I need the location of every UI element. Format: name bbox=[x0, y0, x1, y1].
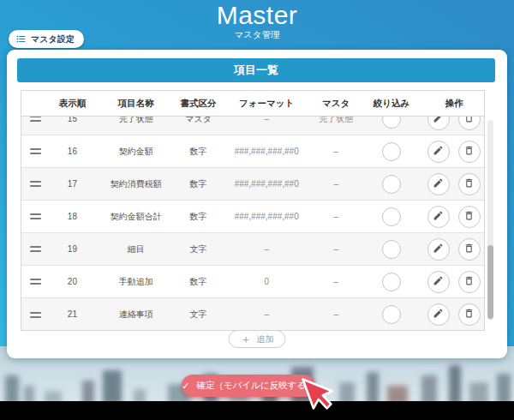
table-row: 16 契約金額 数字 ###,###,###,##0 – bbox=[21, 135, 484, 168]
pencil-icon bbox=[433, 145, 444, 159]
items-table: 表示順 項目名称 書式区分 フォーマット マスタ 絞り込み 操作 15 完了状態… bbox=[21, 90, 485, 331]
cell-format: ###,###,###,##0 bbox=[220, 212, 313, 222]
edit-button[interactable] bbox=[427, 238, 450, 261]
delete-button[interactable] bbox=[458, 303, 481, 326]
scrollbar-thumb[interactable] bbox=[487, 245, 493, 319]
trash-icon bbox=[463, 117, 475, 126]
cell-order: 16 bbox=[49, 147, 95, 157]
col-header-master: マスタ bbox=[313, 98, 359, 110]
drag-handle-icon[interactable] bbox=[30, 246, 41, 252]
cell-master: – bbox=[313, 244, 359, 255]
cell-format: ###,###,###,##0 bbox=[220, 147, 313, 157]
page-title: Master bbox=[0, 2, 514, 29]
filter-toggle[interactable] bbox=[382, 117, 401, 129]
table-row: 19 細目 文字 – – bbox=[21, 233, 484, 266]
add-row-button[interactable]: ＋ 追加 bbox=[229, 330, 286, 348]
filter-toggle[interactable] bbox=[382, 175, 401, 194]
cell-master: – bbox=[313, 277, 359, 287]
cell-master: 完了状態 bbox=[313, 117, 359, 124]
cell-format: – bbox=[220, 117, 313, 124]
plus-icon: ＋ bbox=[241, 333, 252, 345]
trash-icon bbox=[463, 308, 475, 321]
cell-order: 21 bbox=[49, 309, 95, 320]
edit-button[interactable] bbox=[427, 271, 450, 293]
edit-button[interactable] bbox=[427, 303, 450, 326]
cell-name: 契約消費税額 bbox=[95, 179, 176, 189]
pencil-icon bbox=[433, 308, 444, 321]
table-row: 20 手動追加 数字 0 – bbox=[21, 266, 484, 298]
table-scroll-area[interactable]: 15 完了状態 マスタ – 完了状態 16 契約金額 数字 # bbox=[21, 117, 484, 331]
cell-type: 数字 bbox=[176, 277, 220, 287]
delete-button[interactable] bbox=[458, 206, 481, 228]
edit-button[interactable] bbox=[427, 173, 450, 195]
delete-button[interactable] bbox=[458, 238, 481, 261]
edit-button[interactable] bbox=[427, 141, 450, 163]
cell-name: 細目 bbox=[95, 244, 176, 255]
drag-handle-icon[interactable] bbox=[30, 181, 41, 187]
cell-format: – bbox=[220, 244, 313, 255]
cell-type: 文字 bbox=[176, 244, 220, 255]
cell-format: ###,###,###,##0 bbox=[220, 179, 313, 189]
filter-toggle[interactable] bbox=[382, 273, 401, 291]
panel-banner: 項目一覧 bbox=[17, 58, 495, 82]
col-header-name: 項目名称 bbox=[95, 98, 176, 110]
filter-toggle[interactable] bbox=[382, 240, 401, 259]
bottom-black-bar bbox=[0, 401, 514, 420]
cell-order: 20 bbox=[49, 277, 95, 287]
master-settings-button[interactable]: マスタ設定 bbox=[9, 30, 84, 48]
cell-type: 数字 bbox=[176, 147, 220, 157]
edit-button[interactable] bbox=[427, 117, 450, 130]
trash-icon bbox=[463, 275, 475, 289]
cell-name: 連絡事項 bbox=[95, 309, 176, 320]
panel-banner-title: 項目一覧 bbox=[234, 63, 278, 78]
scrollbar[interactable] bbox=[487, 120, 493, 321]
cell-name: 手動追加 bbox=[95, 277, 176, 287]
col-header-type: 書式区分 bbox=[176, 98, 220, 110]
cell-name: 契約金額 bbox=[95, 147, 176, 157]
col-header-filter: 絞り込み bbox=[359, 98, 424, 110]
col-header-order: 表示順 bbox=[49, 98, 95, 110]
cell-type: 数字 bbox=[176, 212, 220, 222]
cell-order: 17 bbox=[49, 179, 95, 189]
col-header-ops: 操作 bbox=[424, 98, 484, 110]
cell-order: 18 bbox=[49, 212, 95, 222]
filter-toggle[interactable] bbox=[382, 305, 401, 324]
edit-button[interactable] bbox=[427, 206, 450, 228]
delete-button[interactable] bbox=[458, 173, 481, 195]
drag-handle-icon[interactable] bbox=[30, 312, 41, 318]
cell-format: 0 bbox=[220, 277, 313, 287]
delete-button[interactable] bbox=[458, 141, 481, 163]
cell-master: – bbox=[313, 147, 359, 157]
pencil-icon bbox=[433, 177, 444, 191]
table-row: 17 契約消費税額 数字 ###,###,###,##0 – bbox=[21, 168, 484, 201]
list-icon bbox=[15, 33, 27, 45]
table-row: 21 連絡事項 文字 – – bbox=[21, 298, 484, 331]
pencil-icon bbox=[433, 243, 444, 256]
cell-order: 19 bbox=[49, 244, 95, 255]
check-icon: ✓ bbox=[182, 381, 189, 392]
cell-type: マスタ bbox=[176, 117, 220, 124]
filter-toggle[interactable] bbox=[382, 207, 401, 226]
cell-master: – bbox=[313, 309, 359, 320]
cell-name: 契約金額合計 bbox=[95, 212, 176, 222]
cell-name: 完了状態 bbox=[95, 117, 176, 124]
delete-button[interactable] bbox=[458, 271, 481, 293]
filter-toggle[interactable] bbox=[382, 142, 401, 161]
items-panel: 項目一覧 表示順 項目名称 書式区分 フォーマット マスタ 絞り込み 操作 15… bbox=[7, 50, 507, 358]
add-button-label: 追加 bbox=[257, 333, 274, 345]
cell-order: 15 bbox=[49, 117, 95, 124]
drag-handle-icon[interactable] bbox=[30, 279, 41, 285]
pencil-icon bbox=[433, 117, 444, 126]
drag-handle-icon[interactable] bbox=[30, 117, 41, 122]
table-header-row: 表示順 項目名称 書式区分 フォーマット マスタ 絞り込み 操作 bbox=[21, 91, 484, 117]
trash-icon bbox=[463, 177, 475, 191]
pencil-icon bbox=[433, 275, 444, 289]
cell-format: – bbox=[220, 309, 313, 320]
drag-handle-icon[interactable] bbox=[30, 148, 41, 154]
drag-handle-icon[interactable] bbox=[30, 213, 41, 219]
settings-button-label: マスタ設定 bbox=[31, 33, 75, 45]
trash-icon bbox=[463, 210, 475, 224]
table-row: 18 契約金額合計 数字 ###,###,###,##0 – bbox=[21, 201, 484, 233]
delete-button[interactable] bbox=[458, 117, 481, 130]
confirm-button[interactable]: ✓ 確定（モバイルに反映する） bbox=[182, 375, 315, 397]
